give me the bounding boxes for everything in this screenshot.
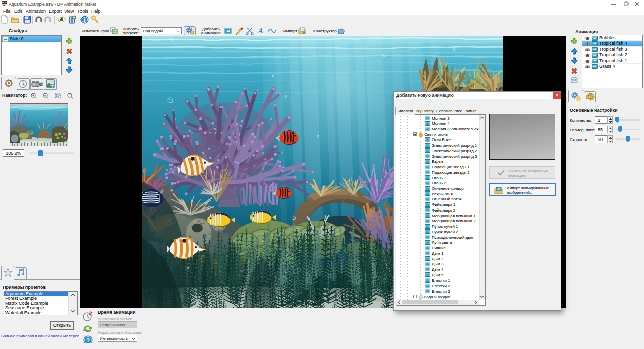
svg-text:?: ? [86, 337, 90, 343]
svg-text:A: A [258, 27, 263, 35]
